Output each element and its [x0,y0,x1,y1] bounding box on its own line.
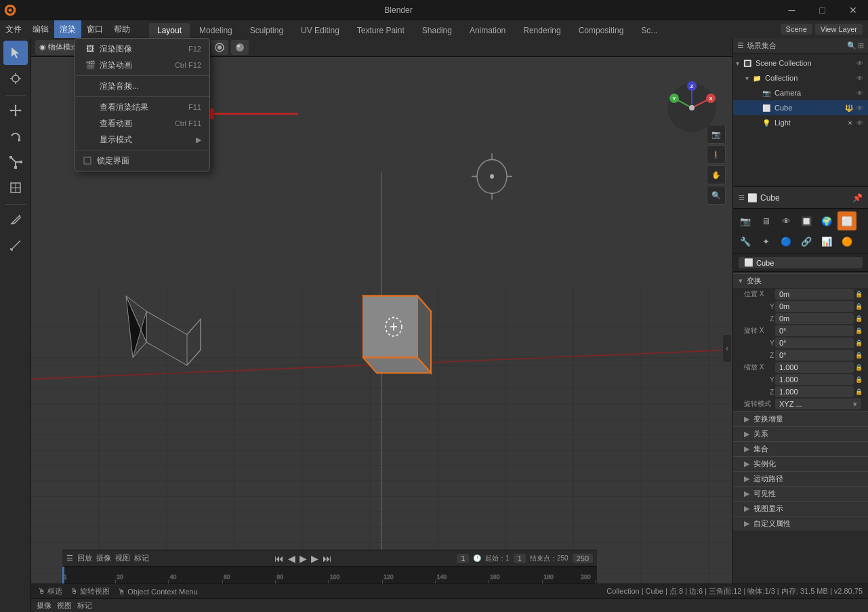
rotation-y-val[interactable]: 0° [775,338,854,348]
scale-x-val[interactable]: 1.000 [775,362,854,373]
outliner-filter-icon[interactable]: ⊞ [858,41,864,50]
tab-animation[interactable]: Animation [461,23,514,38]
prop-icon-particles[interactable]: ✦ [756,232,775,251]
timeline-menu-icon[interactable]: ☰ [66,554,73,563]
tool-move[interactable] [3,98,28,123]
prop-icon-world[interactable]: 🌍 [817,211,836,230]
scene-select[interactable]: Scene [781,24,812,35]
cube-eye[interactable]: 👁 [854,102,865,113]
position-z-val[interactable]: 0m [775,313,854,324]
prop-icon-scene[interactable]: 🔲 [797,211,816,230]
outliner-light[interactable]: ▾ 💡 Light ☀ 👁 [733,115,868,130]
current-frame[interactable]: 1 [457,554,469,563]
rot-mode-select[interactable]: XYZ ... ▾ [775,399,861,409]
view-layer-select[interactable]: View Layer [815,24,863,35]
outliner-search-icon[interactable]: 🔍 [847,41,856,50]
timeline-ruler[interactable]: 1 20 40 60 80 100 120 140 [62,567,597,584]
custom-props-section[interactable]: ▶ 自定义属性 [733,516,868,531]
tab-texture-paint[interactable]: Texture Paint [349,23,413,38]
prop-icon-output[interactable]: 🖥 [756,211,775,230]
tl-label-4[interactable]: 标记 [77,600,92,611]
object-name-field[interactable]: ⬜ Cube [739,257,863,268]
outliner-menu-icon[interactable]: ☰ [737,41,744,50]
close-button[interactable]: ✕ [838,0,868,20]
visibility-section[interactable]: ▶ 可见性 [733,486,868,501]
position-y-val[interactable]: 0m [775,301,854,312]
tab-shading[interactable]: Shading [414,23,460,38]
menu-display-mode[interactable]: 显示模式 ▶ [75,131,209,148]
motion-paths-section[interactable]: ▶ 运动路径 [733,471,868,486]
prop-menu-icon[interactable]: ☰ [739,194,745,201]
scene-collection-eye[interactable]: 👁 [854,58,865,68]
light-eye[interactable]: 👁 [854,117,865,128]
pos-z-lock[interactable]: 🔒 [855,315,863,322]
instancing-section[interactable]: ▶ 实例化 [733,456,868,471]
outliner-collection[interactable]: ▾ 📁 Collection 👁 [733,70,868,85]
end-frame-val[interactable]: 250 [573,554,593,563]
rotation-z-val[interactable]: 0° [775,350,854,361]
viewport-shading-material[interactable] [211,40,228,55]
scale-x-lock[interactable]: 🔒 [855,364,863,371]
prop-icon-constraints[interactable]: 🔗 [797,232,816,251]
menu-render-audio[interactable]: 渲染音频... [75,78,209,94]
camera-eye[interactable]: 👁 [854,87,865,98]
light-restrict-icon[interactable]: ☀ [847,119,853,127]
tl-label-3[interactable]: 视图 [57,600,72,611]
zoom-btn[interactable]: 🔍 [707,186,726,205]
cube-restrict-icon[interactable]: 🔱 [845,104,853,112]
timeline-label-camera[interactable]: 摄像 [96,553,111,563]
tab-rendering[interactable]: Rendering [515,23,569,38]
menu-render[interactable]: 渲染 [54,20,81,38]
pan-btn[interactable]: ✋ [707,165,726,184]
collections-section[interactable]: ▶ 集合 [733,441,868,456]
next-frame-btn[interactable]: ▶ [311,553,318,564]
tool-scale[interactable] [3,150,28,174]
collapse-right-btn[interactable]: ‹ [723,335,731,362]
scale-y-val[interactable]: 1.000 [775,374,854,385]
fastforward-btn[interactable]: ⏭ [323,553,332,564]
outliner-camera[interactable]: ▾ 📷 Camera 👁 [733,85,868,100]
rot-y-lock[interactable]: 🔒 [855,340,863,346]
timeline-label-view[interactable]: 视图 [115,553,130,563]
menu-edit[interactable]: 编辑 [27,20,54,38]
prop-pin-icon[interactable]: 📌 [852,193,863,203]
menu-view-anim[interactable]: 查看动画 Ctrl F11 [75,115,209,131]
play-btn[interactable]: ▶ [299,553,307,564]
timeline-label-mark[interactable]: 标记 [134,553,149,563]
minimize-button[interactable]: ─ [777,0,807,20]
viewport-display-section[interactable]: ▶ 视图显示 [733,501,868,516]
pos-x-lock[interactable]: 🔒 [855,291,863,298]
menu-view-render[interactable]: 查看渲染结果 F11 [75,99,209,115]
transform-section-header[interactable]: ▾ 变换 [733,273,868,288]
timeline-label-playback[interactable]: 回放 [77,553,92,563]
tool-annotate[interactable] [3,207,28,232]
menu-window[interactable]: 窗口 [81,20,108,38]
prop-icon-data[interactable]: 📊 [817,232,836,251]
rewind-btn[interactable]: ⏮ [274,553,284,564]
tab-modeling[interactable]: Modeling [191,23,241,38]
pos-y-lock[interactable]: 🔒 [855,303,863,310]
tool-measure[interactable] [3,233,28,258]
tab-sculpting[interactable]: Sculpting [242,23,291,38]
rotation-x-val[interactable]: 0° [775,325,854,336]
tl-label-2[interactable]: 摄像 [37,600,51,611]
tool-cursor[interactable] [3,66,28,91]
walk-fly-btn[interactable]: 🚶 [707,145,726,164]
transform-delta-section[interactable]: ▶ 变换增量 [733,411,868,426]
tool-select[interactable] [3,41,28,65]
menu-render-animation[interactable]: 🎬 渲染动画 Ctrl F12 [75,57,209,73]
prop-icon-render[interactable]: 📷 [736,211,755,230]
tool-rotate[interactable] [3,124,28,148]
scale-z-lock[interactable]: 🔒 [855,388,863,395]
prop-icon-view[interactable]: 👁 [777,211,795,230]
prop-icon-physics[interactable]: 🔵 [777,232,795,251]
rot-x-lock[interactable]: 🔒 [855,327,863,334]
tab-uv-editing[interactable]: UV Editing [293,23,348,38]
menu-lock-interface[interactable]: 锁定界面 [75,152,209,169]
rot-z-lock[interactable]: 🔒 [855,352,863,359]
menu-render-image[interactable]: 🖼 渲染图像 F12 [75,41,209,57]
start-frame-val[interactable]: 1 [514,554,526,563]
prop-icon-material[interactable]: 🟠 [838,232,856,251]
tab-layout[interactable]: Layout [149,23,190,38]
prop-icon-modifier[interactable]: 🔧 [736,232,755,251]
